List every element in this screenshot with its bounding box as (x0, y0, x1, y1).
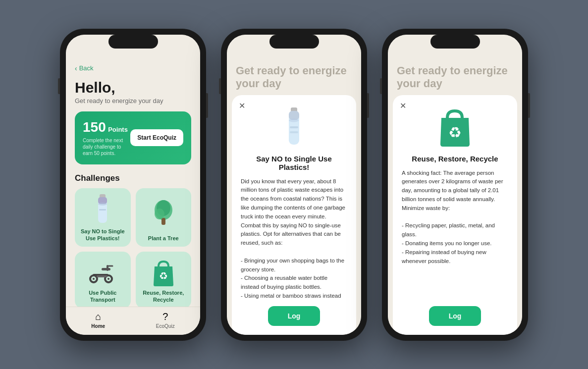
log-button-plastics[interactable]: Log (268, 306, 321, 326)
chevron-left-icon: ‹ (75, 64, 77, 72)
svg-rect-4 (99, 209, 106, 211)
svg-rect-23 (290, 126, 298, 128)
challenge-card-plastics[interactable]: Say NO to Single Use Plastics! (75, 188, 131, 247)
points-sub: Complete the next daily challenge to ear… (83, 137, 130, 157)
challenge-card-recycle[interactable]: ♻ Reuse, Restore, Recycle (136, 252, 192, 306)
plastics-modal-screen: Get ready to energize your day ✕ Say NO … (227, 35, 361, 335)
home-content: ‹ Back Hello, Get ready to energize your… (66, 35, 200, 307)
close-button-3[interactable]: ✕ (400, 102, 406, 110)
svg-rect-7 (161, 218, 165, 225)
nav-home-label: Home (91, 323, 105, 329)
challenge-label-tree: Plant a Tree (148, 235, 179, 242)
points-card: 150 Points Complete the next daily chall… (75, 111, 191, 164)
back-label: Back (79, 64, 94, 72)
recycle-modal-card: ✕ ♻ Reuse, Restore, Recycle A shocking f… (393, 95, 517, 335)
screen-2: Get ready to energize your day ✕ Say NO … (227, 35, 361, 335)
phone-3: Get ready to energize your day ✕ ♻ Reuse… (382, 29, 528, 341)
challenges-grid: Say NO to Single Use Plastics! (75, 188, 191, 307)
nav-ecoquiz[interactable]: ? EcoQuiz (156, 311, 175, 329)
back-button[interactable]: ‹ Back (75, 64, 191, 72)
plastics-image (241, 105, 347, 150)
notch-1 (108, 35, 158, 49)
challenge-icon-plastics (93, 194, 112, 225)
plastics-modal-title: Say NO to Single Use Plastics! (241, 155, 347, 171)
challenge-card-transport[interactable]: Use Public Transport (75, 252, 131, 306)
plastics-modal-card: ✕ Say NO to Single Use Plastics! Did you… (232, 95, 356, 335)
points-info: 150 Points Complete the next daily chall… (83, 119, 130, 157)
phone-1: ‹ Back Hello, Get ready to energize your… (60, 29, 206, 341)
home-icon: ⌂ (95, 311, 101, 322)
points-row: 150 Points (83, 119, 130, 135)
screen-3: Get ready to energize your day ✕ ♻ Reuse… (388, 35, 522, 335)
svg-text:♻: ♻ (159, 270, 168, 281)
challenge-label-plastics: Say NO to Single Use Plastics! (80, 228, 126, 242)
points-number: 150 (83, 119, 106, 135)
recycle-modal-body: A shocking fact: The average person gene… (402, 169, 508, 300)
challenge-label-transport: Use Public Transport (80, 289, 126, 304)
greeting-title: Hello, (75, 79, 191, 96)
home-screen: ‹ Back Hello, Get ready to energize your… (66, 35, 200, 335)
svg-point-3 (98, 203, 107, 206)
challenge-icon-transport (88, 258, 117, 286)
recycle-image: ♻ (402, 105, 508, 150)
challenge-card-tree[interactable]: Plant a Tree (136, 188, 192, 247)
phone-2: Get ready to energize your day ✕ Say NO … (221, 29, 367, 341)
svg-point-16 (107, 278, 109, 280)
recycle-modal-screen: Get ready to energize your day ✕ ♻ Reuse… (388, 35, 522, 335)
svg-point-14 (93, 278, 95, 280)
notch-2 (269, 35, 319, 49)
challenge-icon-recycle: ♻ (151, 258, 176, 286)
challenge-label-recycle: Reuse, Restore, Recycle (141, 289, 187, 304)
svg-rect-17 (97, 275, 107, 277)
svg-rect-9 (102, 268, 110, 270)
points-label: Points (108, 126, 128, 133)
plastics-modal-body: Did you know that every year, about 8 mi… (241, 177, 347, 300)
start-quiz-button[interactable]: Start EcoQuiz (130, 129, 183, 146)
bottom-nav: ⌂ Home ? EcoQuiz (66, 307, 200, 335)
nav-home[interactable]: ⌂ Home (91, 311, 105, 329)
close-button[interactable]: ✕ (239, 102, 245, 110)
challenges-title: Challenges (75, 173, 191, 183)
svg-text:♻: ♻ (448, 124, 462, 141)
quiz-icon: ? (162, 311, 168, 322)
greeting-subtitle: Get ready to energize your day (75, 97, 191, 105)
svg-point-22 (289, 118, 299, 122)
svg-point-8 (155, 209, 164, 219)
log-button-recycle[interactable]: Log (429, 306, 481, 326)
svg-rect-21 (289, 111, 299, 120)
svg-rect-24 (290, 131, 298, 133)
screen-1: ‹ Back Hello, Get ready to energize your… (66, 35, 200, 335)
notch-3 (430, 35, 480, 49)
nav-quiz-label: EcoQuiz (156, 323, 175, 329)
challenge-icon-tree (151, 194, 176, 232)
recycle-modal-title: Reuse, Restore, Recycle (402, 155, 508, 163)
